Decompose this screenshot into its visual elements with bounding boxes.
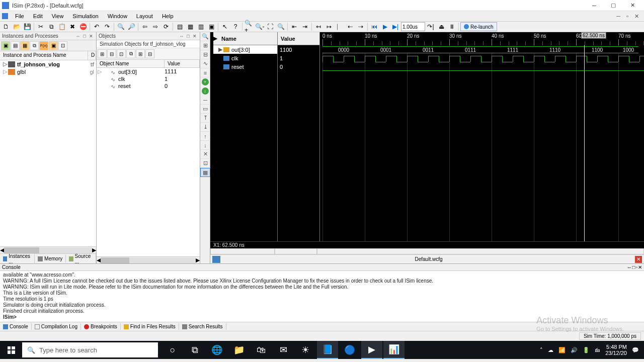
wave-traces[interactable]: 00000001001101111111111011001000 bbox=[320, 45, 644, 241]
maximize-button[interactable]: ▢ bbox=[604, 1, 623, 11]
col-value[interactable]: Value bbox=[165, 60, 200, 67]
tab-memory[interactable]: Memory bbox=[35, 255, 66, 262]
instances-tree[interactable]: ▷ tf_johnson_vlog tf ▷ glbl gl bbox=[0, 60, 96, 246]
zoom-sel-icon[interactable]: 🔍 bbox=[276, 22, 286, 32]
instance-row[interactable]: ▷ tf_johnson_vlog tf bbox=[0, 60, 96, 68]
delete-icon[interactable]: ✖ bbox=[67, 22, 77, 32]
menu-simulation[interactable]: Simulation bbox=[68, 12, 102, 20]
menu-view[interactable]: View bbox=[48, 12, 68, 20]
console-output[interactable]: available at "www.acresso.com".WARNING: … bbox=[0, 271, 644, 322]
col-object-name[interactable]: Object Name bbox=[97, 60, 165, 67]
tab-search-results[interactable]: Search Results bbox=[179, 323, 226, 330]
object-row[interactable]: ∿reset 0 bbox=[97, 82, 200, 89]
time-step-input[interactable] bbox=[401, 22, 425, 31]
zoom-in-icon[interactable]: 🔍+ bbox=[244, 22, 254, 32]
wave-tab-label[interactable]: Default.wcfg bbox=[222, 256, 635, 262]
mdi-minimize[interactable]: ─ bbox=[613, 13, 623, 20]
menu-edit[interactable]: Edit bbox=[29, 12, 47, 20]
object-row[interactable]: ▷ ∿out[3:0] 1111 bbox=[97, 68, 200, 75]
zoom-fit-icon[interactable]: ⛶ bbox=[265, 22, 275, 32]
col-design[interactable]: D bbox=[88, 51, 96, 60]
pane-max-icon[interactable]: □ bbox=[632, 264, 635, 270]
zoom-out-icon[interactable]: 🔍- bbox=[255, 22, 265, 32]
restart-icon[interactable]: ⏮ bbox=[369, 22, 379, 32]
start-button[interactable] bbox=[0, 341, 22, 359]
run-all-icon[interactable]: ▶ bbox=[380, 22, 390, 32]
find-icon[interactable]: 🔍 bbox=[116, 22, 126, 32]
obj-tb1-icon[interactable]: ⊞ bbox=[98, 49, 107, 58]
tray-notifications-icon[interactable]: 💬 bbox=[632, 347, 639, 353]
pane-close-icon[interactable]: ✕ bbox=[88, 33, 94, 39]
cursor-left-icon[interactable]: ⇤ bbox=[289, 22, 299, 32]
vt-next-icon[interactable]: ↓ bbox=[202, 87, 209, 95]
vt-down-icon[interactable]: ↓ bbox=[200, 141, 210, 150]
tab-compilation-log[interactable]: Compilation Log bbox=[32, 323, 81, 330]
marker-next-icon[interactable]: ⇢ bbox=[356, 22, 366, 32]
tb-fn-icon[interactable]: F(x) bbox=[39, 41, 48, 50]
tb-filter-icon[interactable]: ⧉ bbox=[30, 41, 39, 50]
mdi-close[interactable]: ✕ bbox=[631, 13, 642, 20]
tray-wifi-icon[interactable]: 📶 bbox=[558, 347, 566, 353]
task-cortana[interactable]: ○ bbox=[162, 341, 183, 359]
obj-tb5-icon[interactable]: ⊞ bbox=[136, 49, 145, 58]
tray-up-icon[interactable]: ˄ bbox=[540, 347, 543, 353]
pane-float-icon[interactable]: ↔ bbox=[626, 264, 631, 270]
pointer-icon[interactable]: ↖ bbox=[220, 22, 230, 32]
stop-icon[interactable]: ⛔ bbox=[78, 22, 88, 32]
task-word[interactable]: 📘 bbox=[317, 341, 338, 359]
cursor-line[interactable] bbox=[584, 45, 585, 241]
vt-bus-icon[interactable]: ≡ bbox=[200, 68, 210, 77]
pane-restore-icon[interactable]: ▫ bbox=[635, 264, 637, 270]
tb-more-icon[interactable]: ⊡ bbox=[58, 41, 67, 50]
task-mail[interactable]: ✉ bbox=[273, 341, 294, 359]
vt-wave-icon[interactable]: ∿ bbox=[200, 59, 210, 68]
marker-prev-icon[interactable]: ⇠ bbox=[345, 22, 355, 32]
tab-find-results[interactable]: Find in Files Results bbox=[121, 323, 179, 330]
task-explorer[interactable]: 📁 bbox=[228, 341, 250, 359]
minimize-button[interactable]: ─ bbox=[585, 1, 604, 11]
refresh-icon[interactable]: ⟳ bbox=[161, 22, 171, 32]
vt-search-icon[interactable]: 🔍 bbox=[200, 32, 210, 41]
vt-group-icon[interactable]: ▭ bbox=[200, 105, 210, 114]
tray-cloud-icon[interactable]: ☁ bbox=[548, 347, 553, 353]
instances-hscroll[interactable]: ◀▶ bbox=[0, 246, 96, 253]
tb-expand-icon[interactable]: ▣ bbox=[1, 41, 10, 50]
step-icon[interactable]: ↷| bbox=[426, 22, 436, 32]
tab-breakpoints[interactable]: Breakpoints bbox=[81, 323, 121, 330]
nav-back-icon[interactable]: ⇦ bbox=[140, 22, 150, 32]
prev-trans-icon[interactable]: ↤ bbox=[313, 22, 324, 32]
run-for-icon[interactable]: ▶| bbox=[390, 22, 400, 32]
vt-sel-icon[interactable]: ▦ bbox=[200, 168, 210, 177]
col-instance-name[interactable]: Instance and Process Name bbox=[0, 51, 88, 60]
task-edge[interactable]: 🌐 bbox=[206, 341, 227, 359]
pause-icon[interactable]: ⏸ bbox=[447, 22, 457, 32]
new-icon[interactable]: 🗋 bbox=[1, 22, 11, 32]
layout4-icon[interactable]: ▣ bbox=[206, 22, 216, 32]
mdi-restore[interactable]: ▫ bbox=[623, 13, 631, 20]
undo-icon[interactable]: ↶ bbox=[92, 22, 102, 32]
wave-tab-icon[interactable] bbox=[212, 256, 220, 263]
vt-up-icon[interactable]: ↑ bbox=[200, 132, 210, 141]
vt-bottom-icon[interactable]: ⤓ bbox=[200, 123, 210, 132]
tray-battery-icon[interactable]: 🔋 bbox=[583, 347, 590, 353]
obj-tb2-icon[interactable]: ⊟ bbox=[107, 49, 116, 58]
nav-fwd-icon[interactable]: ⇨ bbox=[150, 22, 160, 32]
pane-max-icon[interactable]: □ bbox=[82, 33, 88, 39]
close-button[interactable]: ✕ bbox=[623, 1, 642, 11]
menu-layout[interactable]: Layout bbox=[132, 12, 157, 20]
menu-file[interactable]: File bbox=[11, 12, 28, 20]
tab-instances[interactable]: Instances ... bbox=[0, 252, 35, 265]
tb-proc-icon[interactable]: ▣ bbox=[49, 41, 58, 50]
redo-icon[interactable]: ↷ bbox=[102, 22, 112, 32]
vt-expand-icon[interactable]: ⊞ bbox=[200, 41, 210, 50]
menu-help[interactable]: Help bbox=[158, 12, 178, 20]
vt-del-icon[interactable]: ✕ bbox=[200, 150, 210, 159]
tb-collapse-icon[interactable]: ▤ bbox=[11, 41, 20, 50]
cursor-flag[interactable]: 62.500 ns bbox=[581, 32, 606, 39]
tab-source[interactable]: Source ... bbox=[66, 252, 96, 265]
relaunch-button[interactable]: Re-launch bbox=[460, 22, 497, 31]
layout1-icon[interactable]: ▤ bbox=[175, 22, 185, 32]
tray-volume-icon[interactable]: 🔊 bbox=[571, 347, 578, 353]
layout2-icon[interactable]: ▦ bbox=[185, 22, 195, 32]
paste-icon[interactable]: 📋 bbox=[57, 22, 67, 32]
